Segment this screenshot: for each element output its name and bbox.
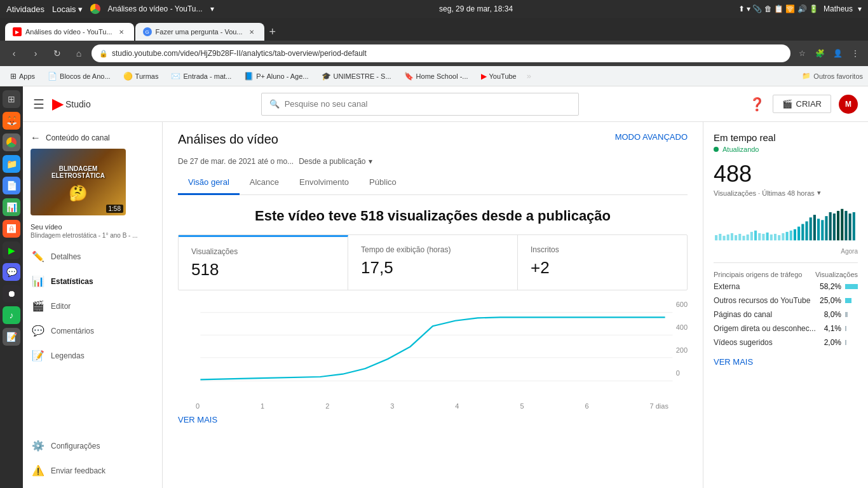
analytics-tabs: Visão geral Alcance Envolvimento Público [178, 171, 688, 195]
stat-label-visualizacoes: Visualizações [191, 247, 335, 256]
video-stat-headline: Este vídeo teve 518 visualizações desde … [178, 208, 688, 224]
panel-divider [714, 262, 858, 263]
app-grid-icon[interactable]: ⊞ [3, 90, 20, 108]
traffic-pct-direta: 4,1% [816, 324, 841, 333]
nav-item-comentarios[interactable]: 💬 Comentários [23, 318, 162, 343]
studio-header: ☰ ▶ Studio 🔍 ❓ 🎬 CRIAR M [23, 86, 868, 122]
app-notes-icon[interactable]: 📝 [3, 328, 20, 346]
url-bar[interactable]: 🔒 studio.youtube.com/video/HjZ9b28F-II/a… [92, 44, 790, 62]
stat-tempo: Tempo de exibição (horas) 17,5 [348, 235, 518, 290]
tab-question[interactable]: G Fazer uma pergunta - Vou... ✕ [135, 23, 264, 41]
tab-publico[interactable]: Público [359, 171, 407, 195]
bookmark-youtube[interactable]: ▶ YouTube [476, 69, 522, 83]
bookmark-aluno[interactable]: 📘 P+ Aluno - Age... [239, 69, 313, 83]
traffic-pct-externa: 58,2% [816, 282, 841, 291]
studio-search-bar[interactable]: 🔍 [261, 93, 579, 116]
tab-close-2[interactable]: ✕ [247, 27, 257, 37]
bookmark-star-button[interactable]: ☆ [794, 46, 810, 61]
comentarios-icon: 💬 [32, 325, 44, 337]
app-music-icon[interactable]: ♪ [3, 306, 20, 324]
yt-logo-icon: ▶ [52, 96, 63, 112]
nav-item-feedback[interactable]: ⚠️ Enviar feedback [23, 458, 162, 483]
search-icon: 🔍 [269, 99, 280, 109]
rt-ver-mais-button[interactable]: VER MAIS [714, 357, 753, 367]
youtube-icon: ▶ [481, 72, 487, 81]
svg-rect-22 [786, 232, 789, 240]
tab-close-1[interactable]: ✕ [116, 27, 126, 37]
nav-item-legendas[interactable]: 📝 Legendas [23, 343, 162, 368]
forward-button[interactable]: › [27, 44, 44, 62]
search-input[interactable] [285, 99, 571, 109]
nav-item-detalhes[interactable]: ✏️ Detalhes [23, 244, 162, 269]
nav-back-button[interactable]: ← Conteúdo do canal [23, 127, 162, 149]
address-bar: ‹ › ↻ ⌂ 🔒 studio.youtube.com/video/HjZ9b… [0, 41, 868, 66]
svg-rect-28 [810, 217, 812, 240]
bookmark-homeschool-label: Home School -... [416, 72, 468, 80]
new-tab-button[interactable]: + [264, 23, 281, 41]
user-avatar[interactable]: M [839, 95, 858, 114]
chevron-down-icon: ▾ [369, 157, 372, 166]
studio-menu-button[interactable]: ☰ [33, 97, 44, 112]
estatisticas-icon: 📊 [32, 275, 44, 287]
nav-item-configuracoes[interactable]: ⚙️ Configurações [23, 433, 162, 458]
nav-item-editor[interactable]: 🎬 Editor [23, 294, 162, 318]
tab-bar: ▶ Análises do vídeo - YouTu... ✕ G Fazer… [0, 18, 868, 41]
bookmark-unimestre[interactable]: 🎓 UNIMESTRE - S... [316, 69, 397, 83]
studio-logo: ▶ Studio [52, 96, 91, 112]
app-docs-icon[interactable]: 📄 [3, 177, 20, 194]
feedback-icon: ⚠️ [32, 464, 44, 477]
rt-updating-label: Atualizando [722, 146, 759, 153]
menu-button[interactable]: ⋮ [848, 46, 863, 61]
back-button[interactable]: ‹ [5, 44, 23, 62]
tab-alcance[interactable]: Alcance [240, 171, 289, 195]
svg-rect-41 [845, 298, 851, 303]
bookmark-homeschool[interactable]: 🔖 Home School -... [399, 69, 473, 83]
bookmark-turmas[interactable]: 🟡 Turmas [118, 69, 164, 83]
traffic-direta: Origem direta ou desconhec... 4,1% [714, 324, 858, 333]
bookmark-blocos-label: Blocos de Ano... [60, 72, 111, 80]
reload-button[interactable]: ↻ [48, 44, 66, 62]
os-locais-label[interactable]: Locais ▾ [52, 4, 83, 14]
app-chrome-icon[interactable] [3, 133, 20, 151]
app-discord-icon[interactable]: 💬 [3, 263, 20, 281]
app-firefox-icon[interactable]: 🦊 [3, 112, 20, 130]
traffic-externa: Externa 58,2% [714, 282, 858, 291]
bookmark-entrada[interactable]: ✉️ Entrada - mat... [166, 69, 236, 83]
app-terminal-icon[interactable]: ▶ [3, 241, 20, 259]
svg-rect-40 [845, 284, 858, 289]
modo-avancado-button[interactable]: MODO AVANÇADO [615, 132, 688, 142]
folder-icon: 📁 [802, 72, 811, 80]
ver-mais-button[interactable]: VER MAIS [178, 415, 217, 424]
app-files-icon[interactable]: 📁 [3, 155, 20, 173]
bookmark-blocos[interactable]: 📄 Blocos de Ano... [43, 69, 116, 83]
svg-rect-21 [782, 233, 784, 240]
svg-rect-17 [766, 233, 769, 240]
help-button[interactable]: ❓ [749, 97, 765, 112]
app-sheets-icon[interactable]: 📊 [3, 198, 20, 216]
svg-rect-13 [750, 232, 753, 240]
tab-title-2: Fazer uma pergunta - Vou... [156, 28, 243, 36]
extensions-button[interactable]: 🧩 [812, 46, 827, 61]
bookmarks-more[interactable]: 📁 Outros favoritos [802, 72, 863, 80]
legendas-icon: 📝 [32, 349, 44, 362]
svg-rect-27 [805, 221, 808, 240]
tab-envolvimento[interactable]: Envolvimento [289, 171, 359, 195]
bookmark-apps[interactable]: ⊞ Apps [5, 69, 40, 83]
stat-inscritos: Inscritos +2 [518, 235, 687, 290]
main-content: Análises do vídeo MODO AVANÇADO De 27 de… [163, 122, 703, 488]
home-button[interactable]: ⌂ [70, 44, 88, 62]
tab-analytics[interactable]: ▶ Análises do vídeo - YouTu... ✕ [5, 23, 134, 41]
profile-button[interactable]: 👤 [830, 46, 845, 61]
app-obs-icon[interactable]: ⏺ [3, 285, 20, 302]
mini-chart-svg [714, 205, 858, 243]
nav-item-estatisticas[interactable]: 📊 Estatísticas [23, 269, 162, 294]
app-orange-icon[interactable]: 🅰 [3, 220, 20, 238]
system-tray-icons: ⬆ ▾ 📎 🗑 📋 🛜 🔊 🔋 [738, 4, 818, 13]
bookmark-apps-label: Apps [19, 72, 35, 80]
criar-button[interactable]: 🎬 CRIAR [773, 95, 831, 113]
os-activities-label[interactable]: Atividades [6, 4, 44, 14]
tab-favicon-1: ▶ [13, 27, 22, 36]
date-range-dropdown[interactable]: Desde a publicação ▾ [299, 157, 372, 166]
rt-dropdown-icon[interactable]: ▾ [817, 189, 821, 197]
tab-visao-geral[interactable]: Visão geral [178, 171, 240, 195]
